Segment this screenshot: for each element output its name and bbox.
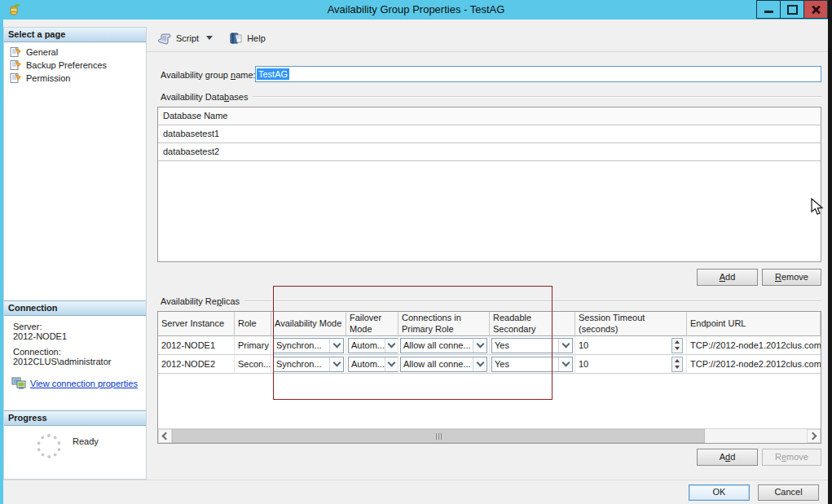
ag-name-label: Availability group name: xyxy=(161,70,256,80)
maximize-icon xyxy=(787,5,798,15)
databases-remove-button[interactable]: Remove xyxy=(762,269,821,286)
connections-dropdown[interactable]: Allow all conne... xyxy=(400,338,487,353)
dropdown-arrow-icon[interactable] xyxy=(558,357,572,371)
availability-mode-dropdown[interactable]: Synchron... xyxy=(273,357,344,372)
minimize-button[interactable] xyxy=(756,0,781,19)
connection-icon xyxy=(11,377,26,389)
close-icon xyxy=(811,5,821,15)
caption-buttons xyxy=(757,0,828,19)
dropdown-arrow-icon[interactable] xyxy=(473,357,486,371)
replica-server-instance: 2012-NODE1 xyxy=(158,336,235,355)
page-icon xyxy=(10,46,22,58)
connections-dropdown[interactable]: Allow all conne... xyxy=(400,357,487,372)
column-header-endpoint-url: Endpoint URL xyxy=(687,312,821,336)
endpoint-url: TCP://2012-node1.2012clus.com xyxy=(687,336,821,355)
server-label: Server: xyxy=(4,322,146,331)
column-header-connections: Connections in Primary Role xyxy=(398,312,490,336)
session-timeout-value[interactable]: 10 xyxy=(579,340,588,350)
table-row[interactable]: databasetest2 xyxy=(158,143,821,161)
column-header-role: Role xyxy=(235,312,271,336)
server-value: 2012-NODE1 xyxy=(4,331,146,341)
help-icon xyxy=(229,32,243,45)
progress-status: Ready xyxy=(73,436,99,446)
sidebar: Select a page General Backup Preferences… xyxy=(3,27,147,480)
horizontal-scrollbar[interactable] xyxy=(158,428,821,443)
column-header-session-timeout: Session Timeout (seconds) xyxy=(575,312,687,336)
close-button[interactable] xyxy=(803,0,828,19)
ag-name-value: TestAG xyxy=(257,68,289,80)
scroll-left-icon[interactable] xyxy=(158,429,172,443)
quantity-stepper[interactable] xyxy=(671,338,683,353)
minimize-icon xyxy=(764,11,773,13)
group-divider xyxy=(253,96,821,98)
connection-label: Connection: xyxy=(4,347,146,357)
caret-down-icon[interactable] xyxy=(206,36,213,40)
sidebar-item-label: Permission xyxy=(26,73,70,83)
availability-mode-dropdown[interactable]: Synchron... xyxy=(273,338,344,353)
dropdown-arrow-icon[interactable] xyxy=(329,357,343,371)
maximize-button[interactable] xyxy=(780,0,804,19)
sidebar-item-label: General xyxy=(26,47,58,57)
script-icon xyxy=(157,32,172,45)
sidebar-item-permission[interactable]: Permission xyxy=(4,72,146,85)
column-header-readable-secondary: Readable Secondary xyxy=(490,312,575,336)
replica-role: Secon... xyxy=(235,355,271,374)
dropdown-arrow-icon[interactable] xyxy=(385,339,398,353)
page-icon xyxy=(10,59,22,71)
titlebar: Availability Group Properties - TestAG xyxy=(0,0,832,20)
session-timeout-value[interactable]: 10 xyxy=(579,359,588,369)
spinner-icon xyxy=(37,434,61,458)
replica-role: Primary xyxy=(235,336,271,355)
view-connection-properties-link[interactable]: View connection properties xyxy=(30,379,138,388)
failover-mode-dropdown[interactable]: Autom... xyxy=(348,338,398,353)
dropdown-arrow-icon[interactable] xyxy=(473,339,486,353)
spin-down-icon xyxy=(672,345,682,353)
page-icon xyxy=(10,72,22,84)
endpoint-url: TCP://2012-node2.2012clus.com xyxy=(687,355,821,374)
replica-server-instance: 2012-NODE2 xyxy=(158,355,235,374)
script-button[interactable]: Script xyxy=(153,29,217,47)
replicas-group-label: Availability Replicas xyxy=(161,296,240,306)
cancel-button[interactable]: Cancel xyxy=(758,484,819,501)
session-timeout-cell: 10 xyxy=(575,336,687,355)
spin-down-icon xyxy=(672,364,682,371)
window-title: Availability Group Properties - TestAG xyxy=(0,3,832,15)
table-row[interactable]: databasetest1 xyxy=(158,125,821,143)
column-header-server-instance: Server Instance xyxy=(158,312,235,336)
group-divider xyxy=(244,300,821,302)
session-timeout-cell: 10 xyxy=(575,355,687,374)
quantity-stepper[interactable] xyxy=(671,357,683,372)
sidebar-item-backup-preferences[interactable]: Backup Preferences xyxy=(4,59,146,72)
column-header-failover-mode: Failover Mode xyxy=(346,312,398,336)
column-header-availability-mode: Availability Mode xyxy=(271,312,346,336)
dialog-window: Availability Group Properties - TestAG S… xyxy=(0,0,832,504)
databases-column-header: Database Name xyxy=(158,107,821,125)
connection-header: Connection xyxy=(4,300,146,316)
replicas-remove-button[interactable]: Remove xyxy=(762,449,821,466)
ok-button[interactable]: OK xyxy=(689,484,750,501)
spin-up-icon xyxy=(672,339,682,346)
connection-section: Connection Server: 2012-NODE1 Connection… xyxy=(4,300,146,389)
failover-mode-dropdown[interactable]: Autom... xyxy=(348,357,398,372)
scrollbar-track[interactable] xyxy=(172,429,807,443)
scrollbar-thumb[interactable] xyxy=(172,429,705,443)
databases-group-label: Availability Databases xyxy=(161,92,248,102)
progress-header: Progress xyxy=(4,410,146,426)
dropdown-arrow-icon[interactable] xyxy=(558,339,572,353)
connection-value: 2012CLUS\administrator xyxy=(4,357,146,366)
readable-secondary-dropdown[interactable]: Yes xyxy=(491,338,573,353)
replicas-add-button[interactable]: Add xyxy=(697,449,758,466)
databases-add-button[interactable]: Add xyxy=(697,269,758,286)
sidebar-item-general[interactable]: General xyxy=(4,46,146,59)
readable-secondary-dropdown[interactable]: Yes xyxy=(491,357,573,372)
progress-section: Progress Ready xyxy=(4,410,146,475)
scroll-right-icon[interactable] xyxy=(807,429,821,443)
ag-name-input[interactable]: TestAG xyxy=(255,66,821,82)
select-a-page-header: Select a page xyxy=(4,28,146,42)
help-button[interactable]: Help xyxy=(225,29,270,47)
replicas-table: Server Instance Role Availability Mode F… xyxy=(157,311,821,444)
dropdown-arrow-icon[interactable] xyxy=(385,357,398,371)
dropdown-arrow-icon[interactable] xyxy=(329,339,343,353)
spin-up-icon xyxy=(672,357,682,365)
sidebar-item-label: Backup Preferences xyxy=(26,60,107,70)
